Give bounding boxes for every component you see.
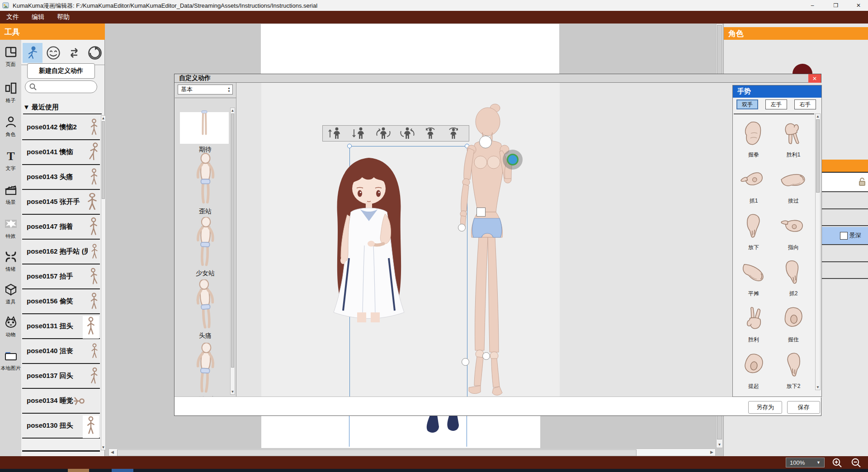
zoom-out-icon[interactable] (851, 458, 863, 468)
recent-list-scrollbar[interactable]: ▲ ▼ (101, 115, 106, 450)
list-item-pose0131[interactable]: pose0131 扭头 (22, 314, 100, 339)
zoom-in-icon[interactable] (832, 458, 844, 468)
list-item-pose0130[interactable]: pose0130 扭头 (22, 414, 100, 439)
person-up-icon[interactable] (328, 127, 343, 140)
tab-expression-tool[interactable] (43, 43, 63, 63)
person-rotate-right-icon[interactable] (400, 127, 415, 140)
gesture-scrollbar[interactable]: ▲ ▼ (815, 113, 821, 390)
pose-option-qidai[interactable] (180, 112, 229, 144)
wrist-handle[interactable] (458, 224, 466, 231)
list-item-pose0143[interactable]: pose0143 头痛 (22, 165, 100, 190)
sidebar-item-local-image[interactable]: 本地图片 (0, 349, 21, 372)
list-item-pose0134[interactable]: pose0134 睡觉 (22, 389, 100, 414)
anime-girl-character[interactable] (297, 155, 450, 397)
tab-swap-tool[interactable] (64, 43, 84, 63)
sidebar-item-emotion[interactable]: 情绪 (0, 250, 21, 273)
unlock-icon[interactable] (859, 178, 866, 186)
gesture-item-pingtan[interactable]: 平摊 (734, 253, 774, 299)
gesture-item-zhixiang[interactable]: 指向 (774, 207, 813, 253)
gesture-item-shengli1[interactable]: 胜利1 (774, 114, 813, 160)
list-item-pose0140[interactable]: pose0140 沮丧 (22, 339, 100, 364)
category-dropdown[interactable]: 基本 ▲▼ (178, 85, 233, 94)
menu-edit[interactable]: 编辑 (25, 13, 51, 21)
minimize-button[interactable]: – (806, 2, 819, 9)
gesture-item-shengli[interactable]: 胜利 (734, 299, 774, 345)
character-icon (4, 115, 18, 129)
sidebar-item-scene[interactable]: 场景 (0, 183, 21, 206)
person-turn-right-icon[interactable] (447, 127, 461, 140)
menu-file[interactable]: 文件 (0, 13, 25, 21)
tab-both-hands[interactable]: 双手 (736, 99, 758, 109)
menu-help[interactable]: 帮助 (51, 13, 76, 21)
gesture-item-woquan[interactable]: 握拳 (734, 114, 774, 160)
layer-row[interactable] (822, 262, 868, 279)
spinner-icon[interactable]: ▲▼ (227, 86, 231, 93)
gesture-item-jieguo[interactable]: 接过 (774, 160, 813, 207)
person-rotate-left-icon[interactable] (376, 127, 391, 140)
scroll-right-arrow-icon[interactable]: ▶ (710, 450, 713, 454)
gesture-item-wozhu[interactable]: 握住 (774, 299, 813, 345)
dialog-close-button[interactable]: ✕ (808, 74, 821, 83)
depth-checkbox[interactable] (840, 232, 848, 240)
layer-row[interactable] (822, 209, 868, 226)
search-input[interactable] (37, 83, 89, 91)
gesture-item-tiqi[interactable]: 提起 (734, 346, 774, 392)
tab-left-hand[interactable]: 左手 (765, 99, 787, 109)
sidebar-item-effect[interactable]: 特效 (0, 217, 21, 240)
canvas-page-bottom (261, 416, 540, 448)
pose-option-fangsongzhan[interactable] (188, 343, 223, 396)
pose-mannequin[interactable] (448, 101, 534, 397)
selection-handle[interactable] (347, 144, 352, 148)
tab-pose-tool[interactable] (23, 43, 42, 63)
neck-handle[interactable] (479, 136, 492, 148)
pose-option-waizhan[interactable] (189, 153, 222, 208)
gesture-panel-header: 手势 (733, 85, 821, 98)
sidebar-item-animal[interactable]: 动物 (0, 316, 21, 338)
horizontal-scroll-thumb[interactable] (117, 449, 637, 456)
list-item-pose0162[interactable]: pose0162 抱手站 (男 (22, 240, 100, 264)
pose-option-toutong[interactable] (189, 279, 222, 332)
prop-icon (4, 283, 18, 296)
list-item-pose0145[interactable]: pose0145 张开手 (22, 190, 100, 215)
recent-section-header[interactable]: ▼ 最近使用 (23, 103, 102, 114)
maximize-button[interactable]: ❒ (829, 2, 843, 9)
gesture-item-fangxia2[interactable]: 放下2 (774, 346, 813, 392)
window-close-button[interactable]: ✕ (852, 2, 865, 9)
hip-handle[interactable] (476, 208, 486, 217)
layer-row-selected[interactable]: 景深 (822, 227, 868, 245)
list-item-pose0157[interactable]: pose0157 抬手 (22, 264, 100, 289)
save-as-button[interactable]: 另存为 (748, 401, 782, 414)
list-item-pose0137[interactable]: pose0137 回头 (22, 364, 100, 389)
knee-handle-right[interactable] (482, 352, 490, 360)
layer-row[interactable] (822, 245, 868, 262)
sidebar-item-page[interactable]: 页面 (0, 45, 21, 68)
sidebar-item-character[interactable]: 角色 (0, 115, 21, 138)
list-item-pose0142[interactable]: pose0142 懊恼2 (22, 115, 100, 140)
tab-right-hand[interactable]: 右手 (794, 99, 816, 109)
pose-option-shaonvzhan[interactable] (187, 217, 224, 269)
zoom-level-dropdown[interactable]: 100% ▼ (786, 458, 825, 467)
layer-row[interactable] (822, 192, 868, 209)
list-item-pose0156[interactable]: pose0156 偷笑 (22, 289, 100, 314)
gesture-item-zhua2[interactable]: 抓2 (774, 253, 813, 299)
list-item-pose0141[interactable]: pose0141 懊恼 (22, 140, 100, 165)
new-custom-action-button[interactable]: 新建自定义动作 (27, 63, 95, 79)
tab-reset-tool[interactable] (85, 43, 105, 63)
sidebar-item-panel[interactable]: 格子 (0, 81, 21, 104)
save-button[interactable]: 保存 (787, 401, 820, 414)
person-turn-left-icon[interactable] (424, 127, 438, 140)
canvas-horizontal-scrollbar[interactable]: ◀ ▶ (108, 448, 716, 456)
scroll-left-arrow-icon[interactable]: ◀ (111, 450, 114, 454)
person-down-icon[interactable] (352, 127, 367, 140)
shoulder-handle-ring[interactable] (503, 150, 523, 170)
sidebar-item-prop[interactable]: 道具 (0, 283, 21, 305)
gesture-item-zhua1[interactable]: 抓1 (734, 160, 774, 207)
shoulder-handle[interactable] (507, 154, 519, 165)
pose-list-scrollbar[interactable]: ▲ ▼ (230, 108, 235, 395)
layer-row-locked[interactable] (822, 173, 868, 192)
dialog-titlebar[interactable]: 自定义动作 (175, 74, 821, 83)
gesture-item-fangxia[interactable]: 放下 (734, 207, 774, 253)
sidebar-item-text[interactable]: T 文字 (0, 149, 21, 172)
knee-handle-left[interactable] (462, 358, 469, 366)
list-item-pose0147[interactable]: pose0147 指着 (22, 215, 100, 240)
